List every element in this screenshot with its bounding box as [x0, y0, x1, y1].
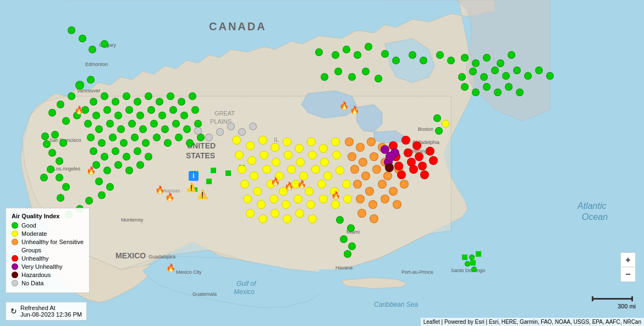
svg-text:Los Angeles: Los Angeles: [53, 166, 81, 172]
aqi-dot-usg: [381, 195, 389, 203]
svg-text:Monterrey: Monterrey: [121, 217, 144, 223]
aqi-dot-good: [125, 167, 133, 174]
fire-marker: 🔥: [297, 180, 306, 188]
aqi-dot-good: [524, 72, 532, 80]
aqi-dot-good: [183, 125, 191, 133]
aqi-dot-moderate: [246, 209, 255, 218]
legend-label-very-unhealthy: Very Unhealthy: [21, 263, 63, 270]
aqi-dot-good: [535, 67, 543, 74]
aqi-dot-good: [117, 125, 125, 133]
aqi-dot-good: [167, 92, 174, 100]
svg-text:IL: IL: [274, 136, 279, 143]
aqi-dot-good: [161, 125, 169, 133]
aqi-dot-good: [436, 51, 444, 59]
svg-rect-43: [592, 298, 633, 300]
aqi-dot-moderate: [258, 214, 267, 223]
aqi-dot-good: [354, 51, 361, 59]
aqi-dot-good: [41, 132, 49, 140]
refresh-icon[interactable]: ↻: [10, 307, 17, 316]
scale-line: [592, 295, 636, 303]
aqi-dot-good: [57, 101, 64, 108]
aqi-dot-good: [68, 92, 75, 100]
aqi-dot-good: [95, 125, 103, 133]
aqi-dot-moderate: [319, 195, 328, 203]
aqi-dot-unhealthy: [415, 152, 423, 161]
fire-marker: 🔥: [350, 106, 359, 114]
aqi-dot-good: [497, 59, 504, 67]
aqi-dot-moderate: [332, 151, 341, 159]
aqi-dot-good: [62, 183, 70, 191]
aqi-dot-moderate: [331, 137, 340, 146]
aqi-dot-moderate: [257, 200, 266, 209]
aqi-dot-moderate: [311, 165, 320, 174]
aqi-dot-moderate: [335, 166, 344, 175]
scale-label: 300 mi: [618, 303, 636, 310]
aqi-dot-good: [156, 98, 163, 106]
legend-dot-good: [12, 222, 18, 229]
aqi-dot-moderate: [262, 165, 271, 174]
fire-marker: 🔥: [166, 264, 175, 272]
svg-text:Mexico: Mexico: [234, 288, 255, 296]
scale-bar-svg: [592, 295, 636, 303]
svg-text:CANADA: CANADA: [209, 20, 267, 32]
aqi-dot-good: [112, 98, 119, 106]
map-container[interactable]: Atlantic Ocean Gulf of Mexico Caribbean …: [0, 0, 644, 326]
aqi-dot-moderate: [284, 151, 293, 159]
aqi-dot-good: [145, 153, 152, 161]
aqi-dot-good: [136, 161, 144, 169]
legend-label-good: Good: [21, 222, 36, 229]
aqi-dot-good: [79, 35, 86, 42]
legend-item-usg: Unhealthy for Sensitive: [12, 239, 84, 245]
aqi-dot-good: [95, 178, 103, 185]
aqi-square-good: [470, 260, 476, 266]
aqi-dot-usg: [372, 165, 381, 174]
fire-marker: 🔥: [155, 186, 164, 194]
aqi-dot-no-data: [249, 123, 257, 130]
aqi-dot-good: [348, 242, 356, 250]
aqi-dot-good: [87, 76, 95, 84]
aqi-dot-moderate: [319, 144, 328, 153]
aqi-dot-good: [334, 68, 342, 75]
aqi-dot-moderate: [253, 187, 262, 196]
aqi-dot-good: [546, 72, 554, 80]
aqi-dot-good: [48, 149, 56, 157]
aqi-dot-moderate: [342, 180, 351, 189]
aqi-dot-usg: [348, 152, 356, 161]
aqi-dot-good: [114, 112, 122, 119]
aqi-dot-good: [508, 51, 515, 59]
aqi-dot-good: [180, 112, 188, 119]
aqi-dot-moderate: [243, 195, 252, 203]
aqi-dot-good: [56, 174, 63, 181]
aqi-dot-moderate: [287, 165, 296, 174]
zoom-in-button[interactable]: +: [621, 253, 635, 267]
aqi-dot-moderate: [282, 200, 290, 209]
aqi-dot-good: [194, 120, 202, 128]
zoom-out-button[interactable]: −: [621, 267, 635, 281]
aqi-dot-no-data: [227, 123, 235, 130]
aqi-dot-good: [103, 167, 111, 174]
aqi-dot-good: [348, 73, 356, 81]
aqi-dot-moderate: [271, 209, 279, 218]
aqi-dot-good: [502, 72, 510, 80]
aqi-dot-good: [471, 267, 477, 272]
aqi-dot-good: [494, 89, 502, 96]
aqi-dot-moderate: [247, 156, 256, 165]
aqi-dot-good: [321, 73, 328, 81]
aqi-square-good: [462, 255, 467, 260]
aqi-dot-good: [40, 174, 48, 181]
aqi-dot-moderate: [442, 120, 449, 128]
legend-item-good: Good: [12, 222, 84, 229]
aqi-dot-good: [164, 139, 172, 147]
aqi-dot-good: [344, 250, 351, 258]
aqi-dot-good: [505, 83, 513, 91]
aqi-dot-unhealthy: [397, 170, 406, 179]
aqi-dot-good: [469, 255, 475, 260]
svg-text:Port-au-Prince: Port-au-Prince: [401, 269, 433, 275]
fire-marker: 🔥: [331, 191, 340, 199]
aqi-dot-good: [134, 147, 141, 155]
aqi-dot-good: [57, 194, 64, 202]
fire-marker: 🔥: [284, 182, 294, 190]
aqi-dot-good: [392, 57, 400, 64]
aqi-dot-good: [103, 106, 111, 114]
legend-dot-unhealthy: [12, 255, 18, 262]
